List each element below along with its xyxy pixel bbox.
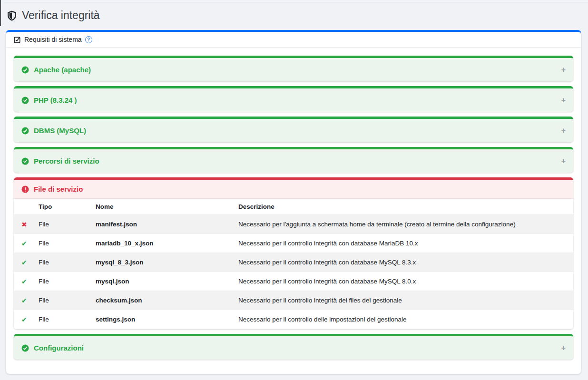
panel-heading[interactable]: PHP (8.3.24 )+ — [14, 88, 573, 112]
card-header-title: Requisiti di sistema — [24, 36, 82, 43]
table-row: ✔Filemysql_8_3.jsonNecessario per il con… — [14, 253, 573, 272]
check-circle-icon — [21, 97, 29, 104]
left-edge-mark — [0, 0, 1, 26]
top-divider — [4, 2, 588, 2]
plus-icon[interactable]: + — [561, 127, 566, 135]
table-row: ✔Filesettings.jsonNecessario per il cont… — [14, 310, 573, 329]
table-row: ✖Filemanifest.jsonNecessario per l'aggiu… — [14, 215, 573, 234]
file-name: mysql.json — [90, 272, 233, 291]
panel-heading[interactable]: File di servizio — [14, 180, 573, 199]
file-name: checksum.json — [90, 291, 233, 310]
table-row: ✔Filemysql.jsonNecessario per il control… — [14, 272, 573, 291]
check-circle-icon — [21, 127, 29, 135]
panel-heading[interactable]: Apache (apache)+ — [14, 58, 573, 81]
panel-heading[interactable]: Configurazioni+ — [14, 336, 573, 360]
table-header-row: TipoNomeDescrizione — [14, 199, 573, 215]
file-name: settings.json — [90, 310, 233, 329]
panel-label: DBMS (MySQL) — [34, 127, 86, 135]
exclamation-circle-icon — [21, 185, 29, 193]
check-icon: ✔ — [21, 259, 27, 266]
page-title-text: Verifica integrità — [22, 9, 100, 22]
file-description: Necessario per il controllo integrità co… — [233, 272, 573, 291]
question-circle-icon[interactable]: ? — [85, 36, 92, 43]
column-header: Nome — [90, 199, 233, 215]
column-header — [14, 199, 33, 215]
check-icon: ✔ — [21, 297, 27, 304]
panel-heading[interactable]: DBMS (MySQL)+ — [14, 119, 573, 142]
shield-halved-icon — [7, 10, 17, 21]
check-icon: ✔ — [21, 316, 27, 323]
file-type: File — [33, 215, 90, 234]
panel-label: Percorsi di servizio — [34, 157, 99, 165]
panel-heading[interactable]: Percorsi di servizio+ — [14, 149, 573, 173]
panel-label: Apache (apache) — [34, 66, 91, 74]
card-body: Apache (apache)+PHP (8.3.24 )+DBMS (MySQ… — [6, 48, 581, 374]
panel-label: File di servizio — [34, 185, 83, 193]
check-icon: ✔ — [21, 240, 27, 247]
file-type: File — [33, 272, 90, 291]
file-type: File — [33, 291, 90, 310]
panel-file-di-servizio: File di servizioTipoNomeDescrizione✖File… — [14, 177, 573, 329]
table-row: ✔Filemariadb_10_x.jsonNecessario per il … — [14, 234, 573, 253]
panel-percorsi-di-servizio: Percorsi di servizio+ — [14, 147, 573, 173]
panel-php-8-3-24: PHP (8.3.24 )+ — [14, 86, 573, 112]
file-type: File — [33, 310, 90, 329]
check-circle-icon — [21, 157, 29, 165]
requirements-card: Requisiti di sistema ? Apache (apache)+P… — [6, 30, 581, 374]
plus-icon[interactable]: + — [561, 344, 566, 352]
column-header: Descrizione — [233, 199, 573, 215]
file-description: Necessario per il controllo integrità de… — [233, 291, 573, 310]
panel-label: PHP (8.3.24 ) — [34, 96, 77, 104]
file-name: mariadb_10_x.json — [90, 234, 233, 253]
table-row: ✔Filechecksum.jsonNecessario per il cont… — [14, 291, 573, 310]
file-description: Necessario per il controllo integrità co… — [233, 234, 573, 253]
column-header: Tipo — [33, 199, 90, 215]
panel-label: Configurazioni — [34, 344, 84, 352]
times-icon: ✖ — [21, 221, 27, 228]
plus-icon[interactable]: + — [561, 97, 566, 104]
plus-icon[interactable]: + — [561, 157, 566, 165]
file-type: File — [33, 234, 90, 253]
file-type: File — [33, 253, 90, 272]
check-icon: ✔ — [21, 278, 27, 285]
file-name: manifest.json — [90, 215, 233, 234]
page-title: Verifica integrità — [0, 0, 588, 22]
file-description: Necessario per il controllo delle impost… — [233, 310, 573, 329]
service-files-table: TipoNomeDescrizione✖Filemanifest.jsonNec… — [14, 199, 573, 329]
panel-dbms-mysql: DBMS (MySQL)+ — [14, 117, 573, 142]
file-name: mysql_8_3.json — [90, 253, 233, 272]
file-description: Necessario per l'aggiunta a schermata ho… — [233, 215, 573, 234]
panel-configurazioni: Configurazioni+ — [14, 334, 573, 360]
check-square-icon — [14, 36, 21, 43]
file-description: Necessario per il controllo integrità co… — [233, 253, 573, 272]
check-circle-icon — [21, 344, 29, 352]
plus-icon[interactable]: + — [561, 66, 566, 74]
panel-apache-apache: Apache (apache)+ — [14, 56, 573, 81]
card-header: Requisiti di sistema ? — [6, 32, 581, 48]
check-circle-icon — [21, 66, 29, 74]
